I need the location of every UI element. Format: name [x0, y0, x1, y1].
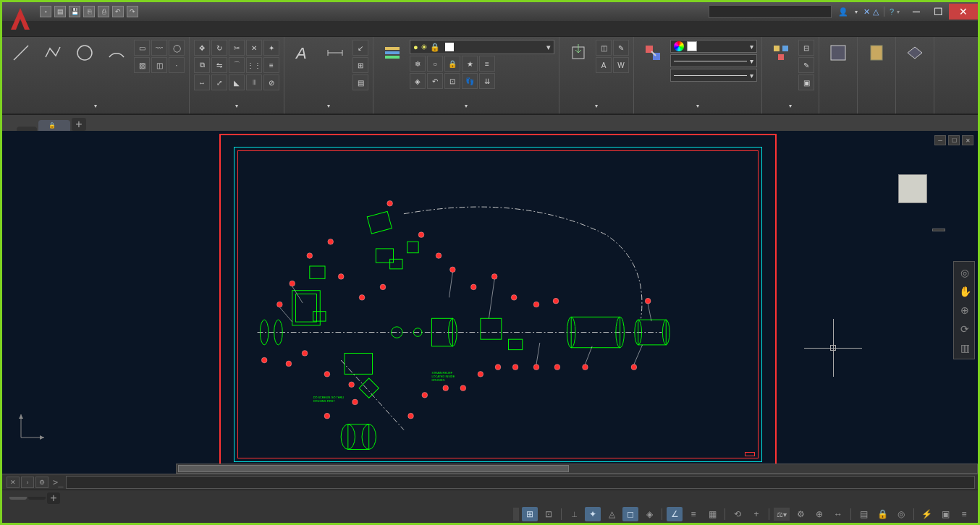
region-icon[interactable]: ◫: [151, 57, 167, 73]
array-icon[interactable]: ⋮⋮: [246, 57, 262, 73]
3dosnap-icon[interactable]: ◈: [641, 507, 657, 521]
viewport-max-icon[interactable]: ☐: [948, 135, 960, 145]
mtext-icon[interactable]: ▤: [352, 74, 368, 90]
qat-saveas-icon[interactable]: ⎘: [83, 6, 95, 17]
scale-icon[interactable]: ⤢: [211, 74, 227, 90]
quickprop-icon[interactable]: ▤: [856, 507, 871, 521]
rect-icon[interactable]: ▭: [134, 40, 150, 56]
layer-dropdown[interactable]: ● ☀ 🔒 ▾: [410, 40, 554, 54]
arc-button[interactable]: [102, 40, 131, 67]
circle-button[interactable]: [70, 40, 99, 67]
ellipse-icon[interactable]: ◯: [169, 40, 185, 56]
point-icon[interactable]: ·: [169, 57, 185, 73]
layer-walk-icon[interactable]: 👣: [462, 73, 478, 89]
layer-state-icon[interactable]: ⊡: [444, 73, 460, 89]
exchange-icon[interactable]: ✕: [863, 7, 870, 17]
create-block-icon[interactable]: ◫: [596, 40, 612, 56]
drawing-area[interactable]: ─ ☐ ✕ ◎ ✋ ⊕ ⟳ ▥: [2, 131, 978, 474]
spline-icon[interactable]: 〰: [151, 40, 167, 56]
help-icon[interactable]: ?: [890, 7, 894, 16]
showmotion-icon[interactable]: ▥: [957, 340, 973, 356]
pan-icon[interactable]: ✋: [957, 283, 973, 299]
viewport-close-icon[interactable]: ✕: [962, 135, 973, 145]
minimize-button[interactable]: ─: [905, 4, 927, 20]
app-logo[interactable]: [6, 4, 35, 33]
panel-annotation-title[interactable]: [289, 99, 368, 111]
copy-icon[interactable]: ⧉: [194, 57, 210, 73]
layer-iso-icon[interactable]: ◈: [410, 73, 426, 89]
ucs-icon[interactable]: [15, 407, 51, 445]
status-scale[interactable]: ⚖ ▾: [774, 508, 790, 521]
dimension-button[interactable]: [321, 40, 350, 67]
rotate-icon[interactable]: ↻: [211, 40, 227, 56]
match-properties-button[interactable]: [638, 40, 667, 67]
cmd-options-icon[interactable]: ⚙: [35, 477, 48, 488]
wblock-icon[interactable]: W: [613, 57, 629, 73]
insert-button[interactable]: [564, 40, 593, 67]
model-tab[interactable]: [9, 497, 27, 500]
polar-icon[interactable]: ✦: [585, 507, 601, 521]
line-button[interactable]: [7, 40, 35, 67]
user-account[interactable]: 👤 ▾: [837, 6, 858, 17]
view-base-button[interactable]: [900, 40, 929, 67]
group-bbox-icon[interactable]: ▣: [798, 74, 814, 90]
otrack-icon[interactable]: ∠: [667, 507, 683, 521]
hwaccel-icon[interactable]: ⚡: [918, 507, 934, 521]
layer-properties-button[interactable]: [378, 40, 407, 89]
color-dropdown[interactable]: ▾: [670, 40, 757, 53]
lineweight-dropdown[interactable]: ▾: [670, 54, 757, 67]
measure-button[interactable]: [824, 40, 853, 67]
wcs-label[interactable]: [932, 229, 945, 231]
lineweight-icon[interactable]: ≡: [685, 507, 701, 521]
panel-modify-title[interactable]: [194, 99, 279, 111]
fillet-icon[interactable]: ⌒: [229, 57, 245, 73]
ortho-icon[interactable]: ⟂: [566, 507, 582, 521]
iso-icon[interactable]: ◬: [604, 507, 620, 521]
paste-button[interactable]: [862, 40, 891, 67]
annomon-icon[interactable]: +: [748, 507, 764, 521]
units-icon[interactable]: ↔: [830, 507, 846, 521]
lockui-icon[interactable]: 🔒: [874, 507, 890, 521]
trim-icon[interactable]: ✂: [229, 40, 245, 56]
edit-attr-icon[interactable]: A: [596, 57, 612, 73]
linetype-dropdown[interactable]: ▾: [670, 69, 757, 82]
qat-new-icon[interactable]: ▫: [40, 6, 51, 17]
erase-icon[interactable]: ✕: [246, 40, 262, 56]
layer-prev-icon[interactable]: ↶: [427, 73, 443, 89]
panel-block-title[interactable]: [564, 99, 629, 111]
file-tab-add-button[interactable]: +: [72, 118, 86, 131]
status-model[interactable]: [513, 508, 519, 521]
orbit-icon[interactable]: ⟳: [957, 321, 973, 337]
layer-lock-icon[interactable]: 🔒: [444, 56, 460, 72]
layer-make-icon[interactable]: ★: [462, 56, 478, 72]
text-button[interactable]: A: [289, 40, 318, 67]
explode-icon[interactable]: ✦: [263, 40, 279, 56]
qat-undo-icon[interactable]: ↶: [112, 6, 124, 17]
offset-icon[interactable]: ≡: [263, 57, 279, 73]
group-edit-icon[interactable]: ✎: [798, 57, 814, 73]
stretch-icon[interactable]: ↔: [194, 74, 210, 90]
panel-draw-title[interactable]: [7, 99, 185, 111]
layout-add-button[interactable]: +: [47, 492, 60, 504]
mirror-icon[interactable]: ⇋: [211, 57, 227, 73]
break-icon[interactable]: ⊘: [263, 74, 279, 90]
qat-plot-icon[interactable]: ⎙: [98, 6, 109, 17]
transparency-icon[interactable]: ▦: [704, 507, 720, 521]
cmd-close-icon[interactable]: ✕: [7, 477, 20, 488]
group-button[interactable]: [766, 40, 795, 67]
panel-layers-title[interactable]: [378, 99, 554, 111]
cycling-icon[interactable]: ⟲: [730, 507, 745, 521]
align-icon[interactable]: ⫴: [246, 74, 262, 90]
ungroup-icon[interactable]: ⊟: [798, 40, 814, 56]
hatch-icon[interactable]: ▨: [134, 57, 150, 73]
customize-icon[interactable]: ≡: [956, 507, 972, 521]
viewcube-face[interactable]: [898, 174, 927, 203]
qat-save-icon[interactable]: 💾: [69, 6, 80, 17]
grid-icon[interactable]: ⊞: [522, 507, 538, 521]
cmd-recent-icon[interactable]: ›: [21, 477, 34, 488]
isolate-icon[interactable]: ◎: [893, 507, 909, 521]
viewcube[interactable]: [876, 153, 949, 225]
layer-freeze-icon[interactable]: ❄: [410, 56, 426, 72]
panel-properties-title[interactable]: [638, 99, 757, 111]
close-button[interactable]: ✕: [949, 4, 978, 20]
